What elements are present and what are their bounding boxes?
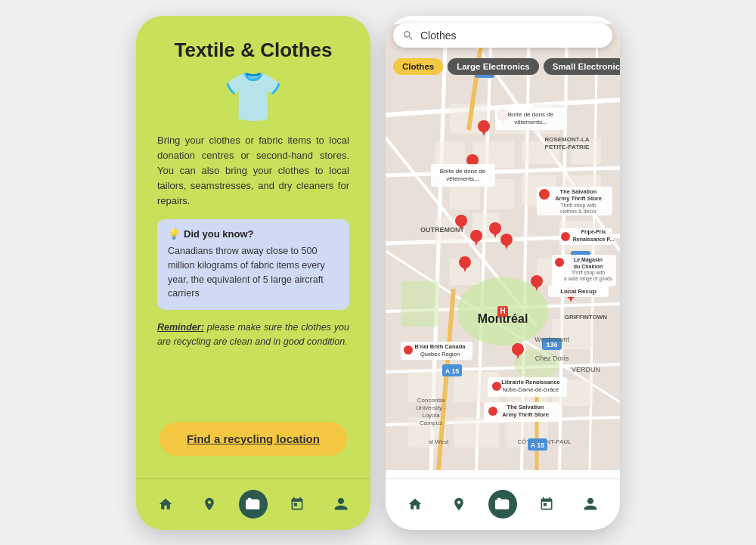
svg-text:Renaissance P...: Renaissance P... (573, 237, 614, 242)
nav-camera-right[interactable] (488, 490, 517, 519)
svg-text:ROSEMONT-LA: ROSEMONT-LA (544, 136, 589, 143)
bulb-icon: 💡 (168, 228, 180, 240)
svg-text:Thrift shop with: Thrift shop with (572, 270, 605, 276)
svg-text:Army Thrift Store: Army Thrift Store (502, 411, 549, 418)
reminder-label: Reminder: (157, 322, 204, 333)
svg-text:PETITE-PATRIE: PETITE-PATRIE (545, 144, 590, 150)
svg-text:a wide range of goods: a wide range of goods (564, 276, 613, 282)
nav-profile-right[interactable] (576, 490, 605, 519)
map-area: Clothes Large Electronics Small Electron… (386, 16, 620, 478)
svg-text:OUTREMONT: OUTREMONT (420, 226, 464, 234)
filter-small-electronics[interactable]: Small Electronics (544, 58, 620, 75)
svg-text:al West: al West (429, 438, 449, 445)
page-title: Textile & Clothes (174, 39, 332, 62)
svg-text:A 15: A 15 (445, 367, 460, 375)
reminder-text: Reminder: please make sure the clothes y… (157, 320, 349, 349)
svg-text:Loyola: Loyola (422, 412, 440, 419)
svg-point-102 (539, 189, 550, 200)
nav-calendar-right[interactable] (532, 490, 561, 519)
svg-text:Thrift shop with: Thrift shop with (560, 203, 596, 209)
nav-home-right[interactable] (401, 490, 429, 519)
dyk-header: 💡 Did you know? (168, 228, 339, 240)
svg-text:Westmount: Westmount (534, 336, 569, 343)
svg-text:vêtements...: vêtements... (514, 119, 547, 125)
svg-text:Local Recup: Local Recup (560, 288, 596, 295)
svg-text:Concordia: Concordia (417, 397, 445, 404)
dyk-body: Canadians throw away close to 500 millio… (168, 244, 339, 301)
nav-location-left[interactable] (195, 490, 224, 519)
shirt-icon: 👕 (223, 73, 284, 121)
right-bottom-nav (386, 478, 620, 530)
svg-rect-22 (472, 141, 514, 168)
svg-text:Campus: Campus (420, 420, 442, 426)
svg-rect-21 (435, 141, 465, 168)
filter-tags: Clothes Large Electronics Small Electron… (393, 58, 612, 75)
left-content-area: Textile & Clothes 👕 Bring your clothes o… (136, 16, 370, 478)
screens-container: Textile & Clothes 👕 Bring your clothes o… (136, 16, 620, 530)
svg-point-120 (404, 345, 413, 355)
did-you-know-box: 💡 Did you know? Canadians throw away clo… (157, 219, 349, 310)
dyk-label: Did you know? (184, 228, 253, 240)
svg-text:A 15: A 15 (531, 441, 545, 449)
search-input[interactable] (420, 29, 603, 42)
svg-text:vêtements...: vêtements... (446, 175, 479, 182)
filter-large-electronics[interactable]: Large Electronics (448, 58, 539, 75)
svg-text:Boîte de dons de: Boîte de dons de (440, 168, 486, 175)
svg-text:Notre-Dame-de-Grâce: Notre-Dame-de-Grâce (503, 386, 559, 393)
left-bottom-nav (136, 478, 370, 530)
svg-text:Boîte de dons de: Boîte de dons de (508, 111, 554, 118)
svg-text:GRIFFINTOWN: GRIFFINTOWN (565, 314, 608, 320)
nav-profile-left[interactable] (327, 490, 355, 519)
svg-text:University -: University - (416, 404, 446, 411)
left-phone: Textile & Clothes 👕 Bring your clothes o… (136, 16, 370, 530)
svg-text:Chez Doris: Chez Doris (535, 355, 569, 362)
svg-text:VERDUN: VERDUN (572, 366, 600, 373)
svg-text:Librairie Renaissance: Librairie Renaissance (501, 379, 560, 386)
nav-camera-left[interactable] (239, 490, 268, 519)
nav-location-right[interactable] (445, 490, 473, 519)
svg-text:clothes & decor: clothes & decor (560, 209, 597, 214)
svg-point-128 (488, 407, 497, 416)
svg-text:Army Thrift Store: Army Thrift Store (555, 195, 602, 202)
svg-text:The Salvation: The Salvation (507, 404, 544, 410)
search-bar[interactable] (393, 23, 612, 48)
svg-text:du Chainon: du Chainon (574, 264, 603, 269)
nav-home-left[interactable] (151, 490, 180, 519)
svg-point-124 (492, 382, 501, 391)
svg-point-108 (561, 232, 570, 241)
svg-text:Fripe-Prix: Fripe-Prix (581, 229, 606, 235)
svg-text:Le Magasin: Le Magasin (574, 257, 603, 263)
map-view: A 19 A 15 136 138 SAINT-LÉONARD Montréal… (386, 16, 620, 478)
filter-clothes[interactable]: Clothes (393, 58, 443, 75)
svg-text:B'nai Brith Canada: B'nai Brith Canada (415, 343, 466, 350)
svg-point-112 (555, 258, 564, 267)
svg-text:H: H (500, 307, 505, 315)
nav-calendar-left[interactable] (283, 490, 311, 519)
svg-text:The Salvation: The Salvation (560, 188, 597, 195)
right-phone: Clothes Large Electronics Small Electron… (386, 16, 620, 530)
description-text: Bring your clothes or fabric items to lo… (157, 133, 349, 209)
svg-rect-16 (401, 281, 438, 327)
svg-text:Quebec Region: Quebec Region (420, 351, 460, 358)
find-recycling-button[interactable]: Find a recycling location (160, 422, 347, 456)
search-icon (402, 29, 414, 42)
